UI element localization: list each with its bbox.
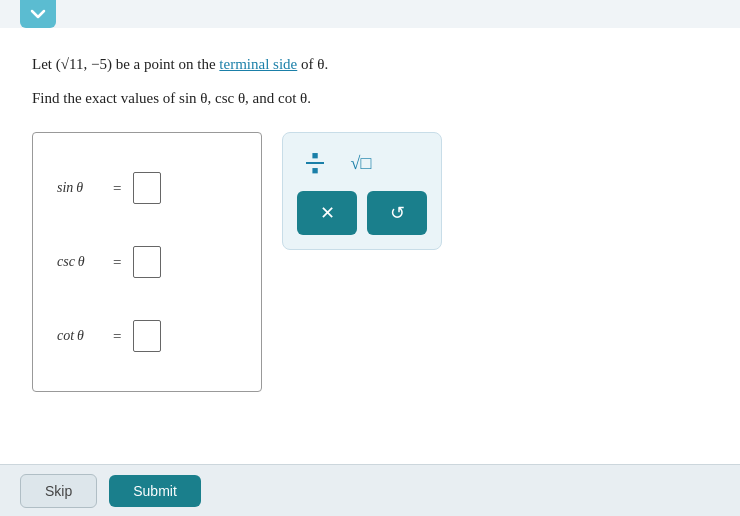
problem-statement: Let (√11, −5) be a point on the terminal… [32,52,708,76]
point-text: , −5) be a point on the [83,56,219,72]
sin-input[interactable] [133,172,161,204]
cot-label: cot θ [57,328,101,344]
find-statement: Find the exact values of sin θ, csc θ, a… [32,86,708,110]
content-area: sin θ = csc θ = cot θ = [32,132,708,392]
csc-input[interactable] [133,246,161,278]
clear-button[interactable]: ✕ [297,191,357,235]
csc-label: csc θ [57,254,101,270]
toolbar-top-row: ■ ■ √□ [297,145,427,181]
toolbar-buttons-row: ✕ ↺ [297,191,427,235]
main-content: Let (√11, −5) be a point on the terminal… [0,28,740,464]
undo-button[interactable]: ↺ [367,191,427,235]
skip-button[interactable]: Skip [20,474,97,508]
cot-row: cot θ = [57,308,237,364]
cot-input[interactable] [133,320,161,352]
intro-text: Let ( [32,56,61,72]
footer-bar: Skip Submit [0,464,740,516]
submit-button[interactable]: Submit [109,475,201,507]
sin-label: sin θ [57,180,101,196]
chevron-toggle[interactable] [20,0,56,28]
sqrt-button[interactable]: √□ [343,145,379,181]
clear-icon: ✕ [320,202,335,224]
csc-equals: = [113,254,121,271]
sin-equals: = [113,180,121,197]
toolbar-panel: ■ ■ √□ ✕ ↺ [282,132,442,250]
cot-equals: = [113,328,121,345]
sqrt-expression: √11 [61,56,84,72]
csc-row: csc θ = [57,234,237,290]
fraction-button[interactable]: ■ ■ [297,145,333,181]
terminal-side-link[interactable]: terminal side [219,56,297,72]
of-theta-text: of θ. [297,56,328,72]
input-box: sin θ = csc θ = cot θ = [32,132,262,392]
sin-row: sin θ = [57,160,237,216]
undo-icon: ↺ [390,202,405,224]
